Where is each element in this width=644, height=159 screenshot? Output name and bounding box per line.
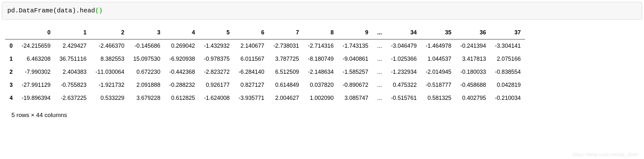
table-cell: 0.612825 — [165, 92, 199, 105]
table-cell: -3.935771 — [234, 92, 269, 105]
paren-close: ) — [99, 7, 103, 14]
table-cell: 2.075166 — [490, 52, 525, 66]
table-cell: 0.475322 — [387, 79, 421, 92]
table-cell: -0.210034 — [490, 92, 525, 105]
table-cell: -2.466370 — [91, 39, 129, 53]
table-cell: 2.091888 — [129, 79, 165, 92]
table-cell: 6.011567 — [234, 52, 269, 66]
table-cell: 3.679228 — [129, 92, 165, 105]
paren-open: ( — [95, 7, 99, 14]
table-cell: -1.025366 — [387, 52, 421, 66]
table-cell: -3.304141 — [490, 39, 525, 53]
table-cell: -1.432932 — [199, 39, 234, 53]
table-cell: -1.743135 — [338, 39, 373, 53]
column-header: 3 — [129, 26, 165, 39]
table-cell: ... — [373, 92, 387, 105]
table-cell: 0.926177 — [199, 79, 234, 92]
table-cell: 3.085747 — [338, 92, 373, 105]
table-cell: -27.991129 — [17, 79, 55, 92]
table-cell: -8.180749 — [304, 52, 338, 66]
table-cell: 6.463208 — [17, 52, 55, 66]
table-cell: 6.512509 — [269, 66, 304, 79]
table-cell: ... — [373, 52, 387, 66]
table-cell: -2.738031 — [269, 39, 304, 53]
table-cell: 2.404383 — [55, 66, 91, 79]
table-row: 4-19.896394-2.6372250.5332293.6792280.61… — [5, 92, 525, 105]
column-header: 1 — [55, 26, 91, 39]
column-header: 35 — [421, 26, 456, 39]
table-cell: -0.241394 — [456, 39, 490, 53]
table-row: 0-24.2156592.429427-2.466370-0.1456860.2… — [5, 39, 525, 53]
code-text: pd.DataFrame(data).head — [7, 7, 95, 14]
table-cell: 0.269042 — [165, 39, 199, 53]
table-cell: 0.042819 — [490, 79, 525, 92]
table-body: 0-24.2156592.429427-2.466370-0.1456860.2… — [5, 39, 525, 105]
table-cell: -9.040861 — [338, 52, 373, 66]
column-header: 6 — [234, 26, 269, 39]
table-cell: -2.148634 — [304, 66, 338, 79]
table-cell: 0.672230 — [129, 66, 165, 79]
column-header: 4 — [165, 26, 199, 39]
table-cell: 8.382553 — [91, 52, 129, 66]
table-cell: -2.823272 — [199, 66, 234, 79]
table-cell: 3.417813 — [456, 52, 490, 66]
table-cell: -1.464978 — [421, 39, 456, 53]
table-cell: 0.614849 — [269, 79, 304, 92]
table-row: 2-7.9903022.404383-11.0300640.672230-0.4… — [5, 66, 525, 79]
table-cell: -0.442368 — [165, 66, 199, 79]
table-cell: -0.838554 — [490, 66, 525, 79]
table-cell: 2.140677 — [234, 39, 269, 53]
column-header: 8 — [304, 26, 338, 39]
table-cell: -2.714316 — [304, 39, 338, 53]
table-cell: 1.002090 — [304, 92, 338, 105]
column-header: 36 — [456, 26, 490, 39]
table-cell: 36.751116 — [55, 52, 91, 66]
table-cell: -0.978375 — [199, 52, 234, 66]
table-cell: 0.581325 — [421, 92, 456, 105]
table-summary: 5 rows × 44 columns — [11, 112, 640, 119]
table-cell: 0.827127 — [234, 79, 269, 92]
column-header: 5 — [199, 26, 234, 39]
table-cell: -2.014945 — [421, 66, 456, 79]
code-input-cell[interactable]: pd.DataFrame(data).head() — [2, 2, 642, 20]
table-cell: -0.515761 — [387, 92, 421, 105]
table-cell: 15.097530 — [129, 52, 165, 66]
table-cell: -0.518777 — [421, 79, 456, 92]
table-cell: -11.030064 — [91, 66, 129, 79]
table-cell: -6.920938 — [165, 52, 199, 66]
table-cell: -2.637225 — [55, 92, 91, 105]
table-cell: -0.458688 — [456, 79, 490, 92]
table-cell: 0.402795 — [456, 92, 490, 105]
table-cell: -1.585257 — [338, 66, 373, 79]
dataframe-table: 0123456789...34353637 0-24.2156592.42942… — [5, 26, 525, 105]
table-cell: -1.921732 — [91, 79, 129, 92]
table-cell: -0.755823 — [55, 79, 91, 92]
table-cell: 1.044537 — [421, 52, 456, 66]
column-header: 7 — [269, 26, 304, 39]
row-index: 4 — [5, 92, 17, 105]
table-cell: 2.429427 — [55, 39, 91, 53]
table-cell: 0.533229 — [91, 92, 129, 105]
table-cell: -0.180033 — [456, 66, 490, 79]
table-cell: -1.232934 — [387, 66, 421, 79]
table-corner — [5, 26, 17, 39]
column-header: 0 — [17, 26, 55, 39]
table-cell: 2.004627 — [269, 92, 304, 105]
table-cell: -1.624008 — [199, 92, 234, 105]
row-index: 1 — [5, 52, 17, 66]
table-cell: 3.787725 — [269, 52, 304, 66]
column-header: 2 — [91, 26, 129, 39]
table-row: 3-27.991129-0.755823-1.9217322.091888-0.… — [5, 79, 525, 92]
table-cell: ... — [373, 39, 387, 53]
table-cell: -7.990302 — [17, 66, 55, 79]
table-cell: 0.037820 — [304, 79, 338, 92]
table-row: 16.46320836.7511168.38255315.097530-6.92… — [5, 52, 525, 66]
table-header-row: 0123456789...34353637 — [5, 26, 525, 39]
table-cell: ... — [373, 66, 387, 79]
table-cell: -3.046479 — [387, 39, 421, 53]
table-cell: -19.896394 — [17, 92, 55, 105]
table-cell: -0.288232 — [165, 79, 199, 92]
row-index: 3 — [5, 79, 17, 92]
row-index: 2 — [5, 66, 17, 79]
table-cell: -6.284140 — [234, 66, 269, 79]
